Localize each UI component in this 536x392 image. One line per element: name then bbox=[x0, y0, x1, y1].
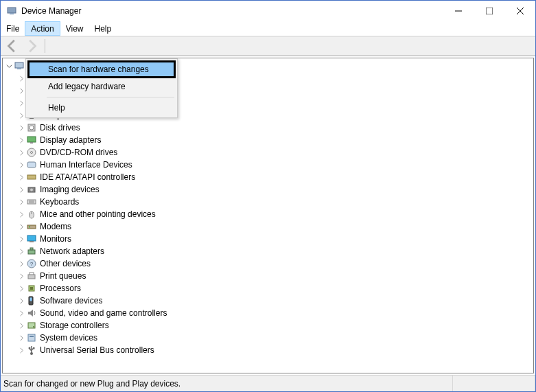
tree-item-label: Software devices bbox=[40, 296, 102, 305]
dropdown-separator bbox=[47, 97, 174, 97]
close-button[interactable] bbox=[504, 1, 535, 21]
network-icon bbox=[26, 246, 37, 257]
chevron-right-icon[interactable] bbox=[18, 100, 25, 106]
chevron-right-icon[interactable] bbox=[18, 297, 25, 304]
back-button[interactable] bbox=[5, 38, 20, 54]
menu-view[interactable]: View bbox=[60, 21, 89, 36]
chevron-right-icon[interactable] bbox=[18, 235, 25, 242]
dropdown-help[interactable]: Help bbox=[27, 100, 176, 116]
tree-item[interactable]: DVD/CD-ROM drives bbox=[3, 146, 533, 159]
svg-rect-29 bbox=[27, 225, 36, 229]
tree-item[interactable]: Print queues bbox=[3, 270, 533, 282]
minimize-button[interactable] bbox=[443, 1, 474, 21]
chevron-right-icon[interactable] bbox=[18, 112, 25, 119]
chevron-right-icon[interactable] bbox=[18, 124, 25, 131]
tree-item-label: Mice and other pointing devices bbox=[40, 209, 156, 219]
chevron-right-icon[interactable] bbox=[18, 273, 25, 279]
chevron-right-icon[interactable] bbox=[18, 260, 25, 267]
chevron-right-icon[interactable] bbox=[18, 87, 25, 94]
tree-item[interactable]: Sound, video and game controllers bbox=[3, 307, 533, 319]
software-icon bbox=[26, 295, 37, 306]
ide-icon bbox=[26, 172, 37, 183]
chevron-right-icon[interactable] bbox=[18, 334, 25, 341]
tree-item[interactable]: Storage controllers bbox=[3, 319, 533, 332]
chevron-right-icon[interactable] bbox=[18, 149, 25, 156]
svg-rect-0 bbox=[8, 8, 16, 13]
tree-item-label: Print queues bbox=[40, 271, 86, 281]
disk-icon bbox=[26, 122, 37, 133]
tree-item[interactable]: Display adapters bbox=[3, 134, 533, 146]
usb-icon bbox=[26, 345, 37, 356]
svg-rect-21 bbox=[27, 175, 36, 179]
svg-text:?: ? bbox=[30, 261, 34, 267]
forward-button[interactable] bbox=[24, 38, 39, 54]
display-icon bbox=[26, 135, 37, 146]
action-dropdown: Scan for hardware changes Add legacy har… bbox=[25, 58, 178, 118]
tree-item[interactable]: Mice and other pointing devices bbox=[3, 208, 533, 220]
window-title: Device Manager bbox=[21, 6, 443, 16]
svg-point-30 bbox=[29, 227, 30, 228]
menu-help[interactable]: Help bbox=[89, 21, 117, 36]
menubar: File Action View Help bbox=[1, 21, 535, 36]
dropdown-add-legacy[interactable]: Add legacy hardware bbox=[27, 78, 176, 95]
tree-item-label: Universal Serial Bus controllers bbox=[40, 345, 154, 355]
mouse-icon bbox=[26, 209, 37, 220]
svg-rect-45 bbox=[28, 334, 35, 341]
svg-rect-32 bbox=[30, 241, 34, 242]
cd-icon bbox=[26, 147, 37, 158]
svg-rect-46 bbox=[30, 336, 34, 337]
tree-item[interactable]: Disk drives bbox=[3, 122, 533, 134]
tree-item[interactable]: IDE ATA/ATAPI controllers bbox=[3, 171, 533, 183]
tree-item[interactable]: Monitors bbox=[3, 233, 533, 245]
tree-item[interactable]: Software devices bbox=[3, 295, 533, 307]
tree-item-label: Imaging devices bbox=[40, 185, 100, 194]
tree-item-label: DVD/CD-ROM drives bbox=[40, 148, 117, 157]
tree-item[interactable]: Modems bbox=[3, 220, 533, 233]
svg-rect-20 bbox=[27, 162, 36, 168]
chevron-right-icon[interactable] bbox=[18, 223, 25, 230]
chevron-right-icon[interactable] bbox=[18, 347, 25, 354]
app-icon bbox=[6, 5, 17, 16]
tree-item-label: Other devices bbox=[40, 259, 91, 268]
tree-item[interactable]: Keyboards bbox=[3, 196, 533, 208]
hid-icon bbox=[26, 159, 37, 170]
tree-item[interactable]: Human Interface Devices bbox=[3, 159, 533, 171]
tree-item[interactable]: Imaging devices bbox=[3, 183, 533, 196]
chevron-right-icon[interactable] bbox=[18, 211, 25, 218]
svg-rect-37 bbox=[28, 275, 35, 279]
svg-point-44 bbox=[33, 326, 34, 327]
tree-item[interactable]: System devices bbox=[3, 332, 533, 344]
chevron-right-icon[interactable] bbox=[18, 174, 25, 181]
cpu-icon bbox=[26, 283, 37, 294]
titlebar[interactable]: Device Manager bbox=[1, 1, 535, 21]
window-controls bbox=[443, 1, 535, 21]
chevron-right-icon[interactable] bbox=[18, 137, 25, 143]
chevron-right-icon[interactable] bbox=[18, 285, 25, 292]
tree-container[interactable]: Scan for hardware changes Add legacy har… bbox=[2, 58, 534, 373]
svg-rect-42 bbox=[30, 298, 32, 301]
maximize-button[interactable] bbox=[474, 1, 504, 21]
menu-file[interactable]: File bbox=[1, 21, 25, 36]
chevron-right-icon[interactable] bbox=[18, 248, 25, 255]
svg-point-19 bbox=[31, 152, 33, 154]
computer-icon bbox=[14, 60, 25, 71]
tree-item[interactable]: Universal Serial Bus controllers bbox=[3, 344, 533, 356]
chevron-right-icon[interactable] bbox=[18, 322, 25, 329]
chevron-right-icon[interactable] bbox=[18, 310, 25, 316]
chevron-right-icon[interactable] bbox=[18, 186, 25, 193]
tree-item-label: Network adapters bbox=[40, 246, 104, 256]
svg-rect-7 bbox=[17, 68, 21, 69]
chevron-right-icon[interactable] bbox=[18, 161, 25, 168]
tree-item[interactable]: ?Other devices bbox=[3, 257, 533, 270]
svg-rect-1 bbox=[10, 13, 14, 14]
tree-item[interactable]: Network adapters bbox=[3, 245, 533, 257]
svg-point-23 bbox=[30, 189, 33, 192]
dropdown-scan-hardware[interactable]: Scan for hardware changes bbox=[27, 60, 176, 78]
chevron-down-icon[interactable] bbox=[5, 62, 12, 69]
tree-item[interactable]: Processors bbox=[3, 282, 533, 295]
tree-item-label: Disk drives bbox=[40, 123, 80, 132]
chevron-right-icon[interactable] bbox=[18, 198, 25, 205]
tree-item-label: Display adapters bbox=[40, 135, 101, 145]
chevron-right-icon[interactable] bbox=[18, 75, 25, 82]
menu-action[interactable]: Action bbox=[25, 21, 60, 36]
